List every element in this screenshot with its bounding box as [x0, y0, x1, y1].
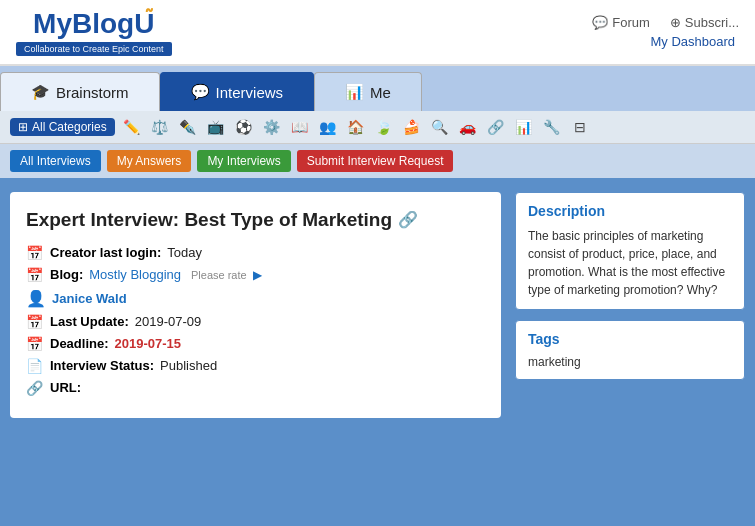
grid-icon: ⊞	[18, 120, 28, 134]
tabs-bar: 🎓 Brainstorm 💬 Interviews 📊 Me	[0, 66, 755, 111]
dashboard-link[interactable]: My Dashboard	[650, 34, 739, 49]
pencil-icon[interactable]: ✒️	[177, 116, 199, 138]
tag-item: marketing	[528, 355, 732, 369]
ball-icon[interactable]: ⚽	[233, 116, 255, 138]
description-box: Description The basic principles of mark…	[515, 192, 745, 310]
gear-icon[interactable]: ⚙️	[261, 116, 283, 138]
tab-brainstorm[interactable]: 🎓 Brainstorm	[0, 72, 160, 111]
filter-bar: All Interviews My Answers My Interviews …	[0, 144, 755, 178]
search-icon[interactable]: 🔍	[429, 116, 451, 138]
author-row: 👤 Janice Wald	[26, 289, 485, 308]
all-categories-button[interactable]: ⊞ All Categories	[10, 118, 115, 136]
all-interviews-button[interactable]: All Interviews	[10, 150, 101, 172]
blog-row: 📅 Blog: Mostly Blogging Please rate ▶	[26, 267, 485, 283]
icon-toolbar: ⊞ All Categories ✏️ ⚖️ ✒️ 📺 ⚽ ⚙️ 📖 👥 🏠 🍃…	[0, 111, 755, 144]
description-title: Description	[528, 203, 732, 219]
link-icon[interactable]: 🔗	[485, 116, 507, 138]
chart-icon[interactable]: 📊	[513, 116, 535, 138]
description-text: The basic principles of marketing consis…	[528, 227, 732, 299]
tool-icon[interactable]: 🔧	[541, 116, 563, 138]
logo-my: My	[33, 8, 72, 39]
logo-u: U	[134, 8, 154, 39]
tags-box: Tags marketing	[515, 320, 745, 380]
logo[interactable]: MyBlogŨ Collaborate to Create Epic Cont…	[16, 8, 172, 56]
main-content: Expert Interview: Best Type of Marketing…	[0, 178, 755, 432]
forum-icon: 💬	[592, 15, 608, 30]
creator-login-row: 📅 Creator last login: Today	[26, 245, 485, 261]
calendar-icon: 📅	[26, 245, 44, 261]
article-panel: Expert Interview: Best Type of Marketing…	[10, 192, 501, 418]
status-icon: 📄	[26, 358, 44, 374]
article-title: Expert Interview: Best Type of Marketing…	[26, 208, 485, 233]
blog-link[interactable]: Mostly Blogging	[89, 267, 181, 282]
grid2-icon[interactable]: ⊟	[569, 116, 591, 138]
deadline-row: 📅 Deadline: 2019-07-15	[26, 336, 485, 352]
tab-interviews[interactable]: 💬 Interviews	[160, 72, 315, 111]
brainstorm-icon: 🎓	[31, 83, 50, 101]
author-name[interactable]: Janice Wald	[52, 291, 127, 306]
subscribe-icon: ⊕	[670, 15, 681, 30]
tags-title: Tags	[528, 331, 732, 347]
link-icon: 🔗	[398, 210, 418, 231]
scale-icon[interactable]: ⚖️	[149, 116, 171, 138]
forum-link[interactable]: 💬 Forum	[592, 15, 650, 30]
header-right: 💬 Forum ⊕ Subscri... My Dashboard	[592, 15, 739, 49]
header: MyBlogŨ Collaborate to Create Epic Cont…	[0, 0, 755, 66]
logo-tagline: Collaborate to Create Epic Content	[16, 42, 172, 56]
right-panel: Description The basic principles of mark…	[515, 192, 745, 418]
person-icon: 👤	[26, 289, 46, 308]
edit-icon[interactable]: ✏️	[121, 116, 143, 138]
subscribe-link[interactable]: ⊕ Subscri...	[670, 15, 739, 30]
cake-icon[interactable]: 🍰	[401, 116, 423, 138]
tab-me[interactable]: 📊 Me	[314, 72, 422, 111]
submit-interview-request-button[interactable]: Submit Interview Request	[297, 150, 454, 172]
status-row: 📄 Interview Status: Published	[26, 358, 485, 374]
logo-blog: Blog	[72, 8, 134, 39]
update-icon: 📅	[26, 314, 44, 330]
home-icon[interactable]: 🏠	[345, 116, 367, 138]
arrow-icon: ▶	[253, 268, 262, 282]
me-icon: 📊	[345, 83, 364, 101]
logo-text: MyBlogŨ	[33, 8, 154, 40]
leaf-icon[interactable]: 🍃	[373, 116, 395, 138]
tv-icon[interactable]: 📺	[205, 116, 227, 138]
book-icon[interactable]: 📖	[289, 116, 311, 138]
interviews-icon: 💬	[191, 83, 210, 101]
blog-icon: 📅	[26, 267, 44, 283]
group-icon[interactable]: 👥	[317, 116, 339, 138]
my-answers-button[interactable]: My Answers	[107, 150, 192, 172]
car-icon[interactable]: 🚗	[457, 116, 479, 138]
my-interviews-button[interactable]: My Interviews	[197, 150, 290, 172]
header-nav: 💬 Forum ⊕ Subscri...	[592, 15, 739, 30]
url-icon: 🔗	[26, 380, 44, 396]
url-row: 🔗 URL:	[26, 380, 485, 396]
deadline-icon: 📅	[26, 336, 44, 352]
last-update-row: 📅 Last Update: 2019-07-09	[26, 314, 485, 330]
